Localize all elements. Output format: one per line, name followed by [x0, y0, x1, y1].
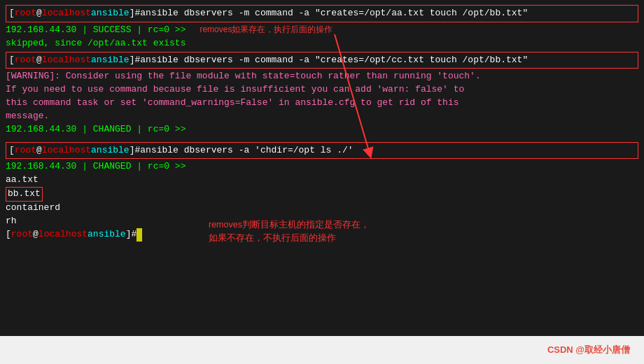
path: ansible [91, 7, 130, 20]
cursor: █ [136, 228, 142, 241]
cmd1-skipped-line: skipped, since /opt/aa.txt exists [6, 37, 638, 50]
cmd1-success: 192.168.44.30 | SUCCESS | rc=0 >> [6, 24, 186, 37]
warning1-text: [WARNING]: Consider using the file modul… [6, 70, 481, 83]
bracket-open2: [ [9, 54, 15, 67]
at-sign3: @ [36, 144, 42, 158]
bracket-close: ] [130, 7, 135, 20]
file1-line: aa.txt [6, 174, 638, 187]
footer-text: CSDN @取经小唐僧 [547, 344, 630, 356]
cmd1-block: [root@localhost ansible]#ansible dbserve… [6, 5, 638, 22]
warning2-line: If you need to use command because file … [6, 83, 638, 97]
warning3-text: this command task or set 'command_warnin… [6, 97, 459, 110]
file4-text: rh [6, 215, 17, 228]
file2-text: bb.txt [8, 188, 41, 199]
spacer1 [6, 136, 638, 141]
at-sign2: @ [36, 54, 42, 67]
cmd2-block: [root@localhost ansible]# ansible dbserv… [6, 52, 638, 69]
bracket-close2: ] [130, 54, 135, 67]
annotation-removes1: removes如果存在，执行后面的操作 [200, 24, 332, 36]
final-bracket-open: [ [6, 228, 11, 241]
warning3-line: this command task or set 'command_warnin… [6, 97, 638, 110]
cmd1-result-line: 192.168.44.30 | SUCCESS | rc=0 >> remove… [6, 24, 638, 37]
hostname3: localhost [42, 144, 91, 158]
warning2-text: If you need to use command because file … [6, 83, 464, 97]
cmd2-result-line: 192.168.44.30 | CHANGED | rc=0 >> [6, 123, 638, 136]
cmd3-text: ansible dbservers -a 'chdir=/opt ls ./' [140, 144, 353, 158]
cmd3-block: [root@localhost ansible]# ansible dbserv… [6, 142, 638, 160]
cmd1-text: ansible dbservers -m command -a "creates… [140, 7, 528, 20]
hash2: # [134, 54, 140, 67]
warning4-text: message. [6, 110, 49, 123]
hostname2: localhost [42, 54, 91, 67]
cmd2-prompt-line: [root@localhost ansible]# ansible dbserv… [9, 54, 635, 67]
warning1-line: [WARNING]: Consider using the file modul… [6, 70, 638, 83]
cmd3-prompt-line: [root@localhost ansible]# ansible dbserv… [9, 144, 635, 158]
footer: CSDN @取经小唐僧 [0, 336, 644, 364]
terminal-content: [root@localhost ansible]#ansible dbserve… [6, 5, 638, 241]
cmd2-changed: 192.168.44.30 | CHANGED | rc=0 >> [6, 123, 186, 136]
cmd1-prompt-line: [root@localhost ansible]#ansible dbserve… [9, 7, 635, 20]
file1-text: aa.txt [6, 174, 38, 187]
file2-box: bb.txt [6, 187, 43, 202]
final-hash: # [131, 228, 136, 241]
cmd2-text: ansible dbservers -m command -a "creates… [140, 54, 528, 67]
hash3: # [134, 144, 140, 158]
hostname: localhost [42, 7, 91, 20]
final-host: localhost [38, 228, 88, 241]
final-at: @ [33, 228, 38, 241]
warning4-line: message. [6, 110, 638, 123]
final-root: root [11, 228, 33, 241]
path2: ansible [91, 54, 130, 67]
terminal: [root@localhost ansible]#ansible dbserve… [0, 0, 644, 336]
cmd3-result-line: 192.168.44.30 | CHANGED | rc=0 >> [6, 160, 638, 174]
cmd3-changed: 192.168.44.30 | CHANGED | rc=0 >> [6, 160, 186, 174]
file2-line: bb.txt [6, 187, 638, 202]
root-user2: root [15, 54, 36, 67]
final-path: ansible [88, 228, 126, 241]
path3: ansible [91, 144, 130, 158]
at-sign: @ [36, 7, 42, 20]
hash: # [134, 7, 140, 20]
annotation-removes2: removes判断目标主机的指定是否存在，如果不存在，不执行后面的操作 [209, 218, 370, 245]
cmd1-skipped: skipped, since /opt/aa.txt exists [6, 37, 186, 50]
root-user3: root [15, 144, 36, 158]
bracket-open3: [ [9, 144, 15, 158]
bracket-open: [ [9, 7, 15, 20]
final-bracket-close: ] [126, 228, 132, 241]
file3-text: containerd [6, 202, 60, 215]
root-user: root [15, 7, 36, 20]
bracket-close3: ] [130, 144, 135, 158]
file3-line: containerd [6, 202, 638, 215]
